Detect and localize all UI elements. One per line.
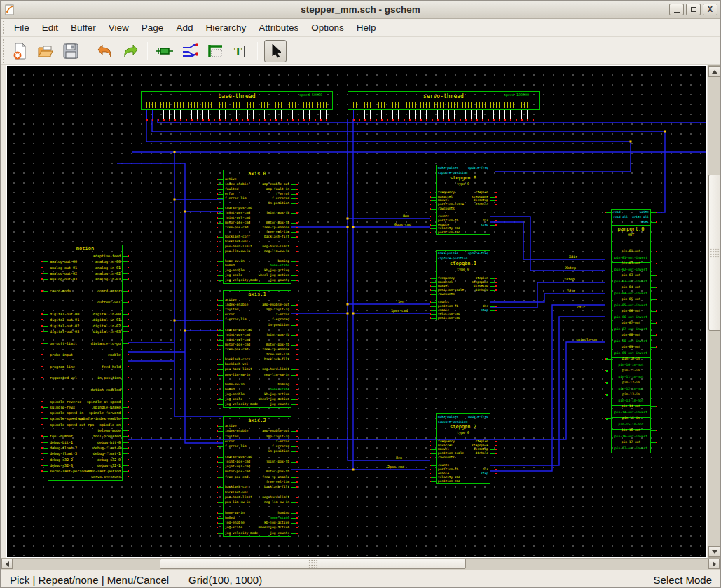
net-wire[interactable] [490,305,605,471]
pin-stub [122,343,128,344]
add-component-button[interactable] [154,41,175,62]
component-stepgen-1[interactable]: stepgen.1type 0make-pulsescapture-positi… [436,250,490,320]
add-nets-button[interactable] [179,41,200,62]
pin-end-dot [430,282,431,283]
menu-hierarchy[interactable]: Hierarchy [199,20,252,35]
net-wire[interactable] [353,119,425,470]
net-wire[interactable] [348,119,430,460]
select-tool-button[interactable] [264,40,287,62]
vertical-scroll-thumb[interactable] [708,175,721,331]
pin-end-dot [217,404,218,405]
pin-label: neg-lim-sw-in [264,250,289,254]
component-axis-1[interactable]: axis.1activeindex-enableamp-enable-outfa… [223,290,291,408]
pin-end-dot [465,119,467,121]
undo-button[interactable] [95,41,116,62]
pin-end-dot [128,401,129,402]
pin-stub [490,205,495,205]
add-bus-button[interactable] [205,41,226,62]
net-wire[interactable] [490,282,605,308]
menu-attributes[interactable]: Attributes [252,20,305,35]
component-stepgen-2[interactable]: stepgen.2type 0make-pulsescapture-positi… [436,413,490,484]
pin-end-dot [174,119,176,121]
pin-end-dot [296,394,298,395]
component-base-thread[interactable]: base-threadspeed 50000 [141,91,333,110]
redo-icon [121,42,140,60]
add-text-button[interactable]: T [230,41,251,62]
schematic-canvas[interactable]: base-threadspeed 50000servo-threadspeed … [6,65,707,558]
component-axis-2[interactable]: axis.2activeindex-enableamp-enable-outfa… [223,416,291,537]
maximize-button[interactable] [686,4,701,15]
pin-stub [122,320,128,320]
menu-help[interactable]: Help [350,20,383,35]
net-label: 2en [396,456,402,460]
save-file-button[interactable] [60,41,81,62]
pin-stub [218,242,224,242]
net-wire[interactable] [185,163,223,443]
component-axis-0[interactable]: axis.0activeindex-enableamp-enable-outfa… [223,170,291,284]
pin-stub [218,533,224,534]
pin-end-dot [296,441,298,442]
scroll-down-button[interactable] [708,546,721,557]
component-stepgen-0[interactable]: stepgen.0type 0make-pulsescapture-positi… [436,165,490,235]
pin-end-dot [292,119,294,121]
net-wire[interactable] [490,294,605,302]
net-wire[interactable] [128,342,605,439]
pin-label: neg-lim-sw-in [264,501,289,505]
menu-buffer[interactable]: Buffer [64,20,102,35]
component-motion[interactable]: motionadaptive-feedanalog-out-00analog-i… [48,245,123,481]
pin-stub [490,282,495,283]
new-file-button[interactable] [10,41,31,62]
pin-label: distance-to-go [91,342,121,346]
function-label: make-pulses [438,167,458,170]
pin-stub [122,331,128,332]
pin-end-dot [128,354,129,355]
pin-end-dot [471,119,472,121]
pin-end-dot [488,119,489,121]
menu-view[interactable]: View [102,20,135,35]
menu-options[interactable]: Options [305,20,350,35]
menu-edit[interactable]: Edit [36,20,64,35]
pin-label: steplen [475,277,488,280]
thread-pin [320,110,321,119]
pin-end-dot [296,354,298,355]
pin-label: f-errored [272,445,289,449]
pin-label: pin-03-out [612,274,650,278]
horizontal-scrollbar[interactable] [1,558,720,570]
minimize-button[interactable] [669,4,684,15]
pin-end-dot [432,119,433,121]
scroll-left-button[interactable] [1,559,13,569]
scroll-right-button[interactable] [708,559,720,569]
close-icon: X [708,6,713,13]
pin-stub [218,213,224,214]
menu-add[interactable]: Add [170,20,199,35]
pin-end-dot [326,119,327,121]
net-label: 2pos-cmd [387,465,404,469]
component-servo-thread[interactable]: servo-threadspeed 100000 [348,91,540,110]
pin-stub [431,314,437,315]
open-file-button[interactable] [35,41,56,62]
toolbar-grip[interactable] [2,39,6,63]
pin-end-dot [381,119,383,121]
net-wire[interactable] [490,222,605,259]
net-wire[interactable] [146,119,631,172]
pin-end-dot [296,522,298,524]
vertical-scrollbar[interactable] [708,65,721,558]
net-wire[interactable] [490,217,605,271]
pin-label: amp-fault-in [266,188,289,191]
close-button[interactable]: X [703,4,717,15]
menu-page[interactable]: Page [135,20,170,35]
pin-end-dot [296,369,298,370]
redo-button[interactable] [120,41,141,62]
pin-end-dot [197,119,198,121]
pin-label: f-error-lim [225,445,246,449]
menu-file[interactable]: File [8,20,36,35]
net-wire[interactable] [174,152,223,416]
component-parport-0[interactable]: parport.0OUTreadread-allwritewrite-allre… [611,209,651,453]
horizontal-scroll-thumb[interactable] [160,559,466,569]
scroll-up-button[interactable] [708,66,721,77]
menubar-grip[interactable] [2,20,6,35]
title-bar[interactable]: stepper_mm.sch - gschem X [1,1,720,19]
pin-stub [122,453,128,454]
pin-stub [291,194,296,195]
pin-end-dot [41,331,43,332]
